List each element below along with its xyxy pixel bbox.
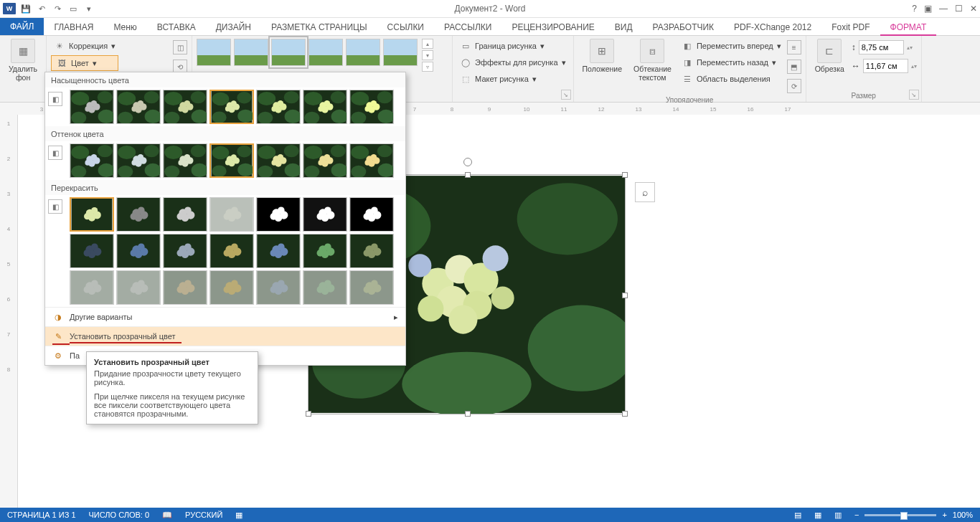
position-button[interactable]: ⊞Положение	[578, 37, 627, 75]
gallery-more-icon[interactable]: ▿	[422, 62, 433, 72]
macro-icon[interactable]: ▦	[235, 511, 242, 520]
layout-options-button[interactable]: ⌕	[635, 182, 655, 202]
color-button[interactable]: 🖼Цвет▾	[51, 55, 118, 71]
width-input[interactable]	[863, 59, 908, 73]
style-thumb[interactable]	[271, 39, 306, 66]
height-input[interactable]	[859, 40, 904, 54]
compress-pictures-icon[interactable]: ◫	[173, 40, 187, 54]
tone-presets-icon[interactable]: ◧	[48, 146, 62, 160]
group-icon[interactable]: ⬒	[787, 60, 801, 74]
recolor-presets-icon[interactable]: ◧	[48, 199, 62, 214]
wrap-text-button[interactable]: ⧈Обтекание текстом	[629, 37, 676, 83]
zoom-out-icon[interactable]: −	[854, 511, 859, 519]
page-status[interactable]: СТРАНИЦА 1 ИЗ 1	[7, 511, 76, 519]
saturation-thumb[interactable]	[163, 90, 207, 124]
remove-background-button[interactable]: ▦ Удалить фон	[4, 37, 42, 83]
language-status[interactable]: РУССКИЙ	[185, 511, 222, 519]
tab-home[interactable]: ГЛАВНАЯ	[44, 19, 103, 35]
corrections-button[interactable]: ☀Коррекция▾	[51, 39, 118, 53]
rotate-handle[interactable]	[463, 158, 472, 166]
recolor-thumb[interactable]	[349, 234, 394, 268]
picture-layout-button[interactable]: ⬚Макет рисунка▾	[457, 72, 568, 86]
qat-customize-icon[interactable]: ▾	[83, 3, 95, 14]
recolor-thumb[interactable]	[256, 197, 301, 232]
recolor-thumb[interactable]	[116, 234, 161, 268]
more-variants-item[interactable]: ◑ Другие варианты ▸	[45, 307, 405, 326]
gallery-up-icon[interactable]: ▴	[422, 39, 433, 49]
redo-icon[interactable]: ↷	[52, 3, 63, 14]
tab-foxit-pdf[interactable]: Foxit PDF	[821, 19, 880, 35]
tab-pdf-xchange[interactable]: PDF-XChange 2012	[724, 19, 821, 35]
tone-thumb[interactable]	[70, 143, 114, 178]
crop-button[interactable]: ⊏Обрезка	[811, 37, 849, 75]
recolor-thumb[interactable]	[303, 234, 347, 268]
style-thumb[interactable]	[383, 39, 418, 66]
size-dialog-launcher-icon[interactable]: ↘	[909, 90, 919, 100]
recolor-thumb[interactable]	[70, 197, 114, 232]
rotate-icon[interactable]: ⟳	[787, 79, 801, 93]
recolor-thumb[interactable]	[70, 234, 114, 268]
recolor-thumb[interactable]	[256, 234, 301, 268]
recolor-thumb[interactable]	[209, 197, 254, 232]
help-icon[interactable]: ?	[912, 4, 917, 14]
tone-thumb[interactable]	[349, 143, 394, 178]
read-mode-view-icon[interactable]: ▦	[814, 511, 821, 520]
tab-references[interactable]: ССЫЛКИ	[377, 19, 434, 35]
style-thumb[interactable]	[308, 39, 343, 66]
set-transparent-color-item[interactable]: ✎ Установить прозрачный цвет	[45, 326, 405, 346]
style-thumb[interactable]	[346, 39, 380, 66]
recolor-thumb[interactable]	[349, 197, 394, 232]
tab-file[interactable]: ФАЙЛ	[0, 18, 44, 35]
recolor-thumb[interactable]	[163, 270, 207, 305]
tab-format[interactable]: ФОРМАТ	[880, 19, 937, 36]
zoom-level[interactable]: 100%	[953, 511, 973, 519]
recolor-thumb[interactable]	[349, 270, 394, 305]
undo-icon[interactable]: ↶	[36, 3, 47, 14]
word-count[interactable]: ЧИСЛО СЛОВ: 0	[89, 511, 150, 519]
spellcheck-icon[interactable]: 📖	[162, 511, 172, 520]
recolor-thumb[interactable]	[256, 270, 301, 305]
tab-view[interactable]: ВИД	[605, 19, 643, 35]
recolor-thumb[interactable]	[116, 270, 161, 305]
new-doc-icon[interactable]: ▭	[67, 3, 79, 14]
align-icon[interactable]: ≡	[787, 40, 801, 54]
tab-mailings[interactable]: РАССЫЛКИ	[434, 19, 501, 35]
tone-thumb[interactable]	[163, 143, 207, 178]
save-icon[interactable]: 💾	[20, 3, 32, 14]
saturation-thumb[interactable]	[70, 90, 114, 124]
tab-developer[interactable]: РАЗРАБОТЧИК	[643, 19, 725, 35]
print-layout-view-icon[interactable]: ▤	[794, 511, 801, 520]
saturation-thumb[interactable]	[303, 90, 347, 124]
tab-menu[interactable]: Меню	[103, 19, 146, 35]
gallery-down-icon[interactable]: ▾	[422, 50, 433, 60]
saturation-thumb[interactable]	[256, 90, 301, 124]
picture-effects-button[interactable]: ◯Эффекты для рисунка▾	[457, 55, 568, 70]
bring-forward-button[interactable]: ◧Переместить вперед▾	[679, 39, 784, 53]
tone-thumb[interactable]	[303, 143, 347, 178]
recolor-thumb[interactable]	[116, 197, 161, 232]
tab-review[interactable]: РЕЦЕНЗИРОВАНИЕ	[501, 19, 604, 35]
saturation-presets-icon[interactable]: ◧	[48, 92, 62, 106]
recolor-thumb[interactable]	[209, 270, 254, 305]
recolor-thumb[interactable]	[209, 234, 254, 268]
style-thumb[interactable]	[197, 39, 231, 66]
zoom-slider[interactable]	[864, 514, 936, 516]
close-icon[interactable]: ✕	[970, 4, 977, 14]
minimize-icon[interactable]: —	[939, 4, 948, 14]
tab-insert[interactable]: ВСТАВКА	[147, 19, 206, 35]
maximize-icon[interactable]: ☐	[955, 4, 963, 14]
saturation-thumb[interactable]	[116, 90, 161, 124]
picture-border-button[interactable]: ▭Граница рисунка▾	[457, 39, 568, 53]
web-layout-view-icon[interactable]: ▥	[834, 511, 842, 520]
recolor-thumb[interactable]	[303, 197, 347, 232]
recolor-thumb[interactable]	[163, 197, 207, 232]
tone-thumb[interactable]	[116, 143, 161, 178]
zoom-in-icon[interactable]: +	[942, 511, 946, 519]
saturation-thumb[interactable]	[349, 90, 394, 124]
tone-thumb[interactable]	[256, 143, 301, 178]
recolor-thumb[interactable]	[70, 270, 114, 305]
style-thumb[interactable]	[234, 39, 268, 66]
ribbon-options-icon[interactable]: ▣	[924, 4, 932, 14]
picture-styles-gallery[interactable]: ▴▾▿	[197, 37, 433, 72]
recolor-thumb[interactable]	[303, 270, 347, 305]
